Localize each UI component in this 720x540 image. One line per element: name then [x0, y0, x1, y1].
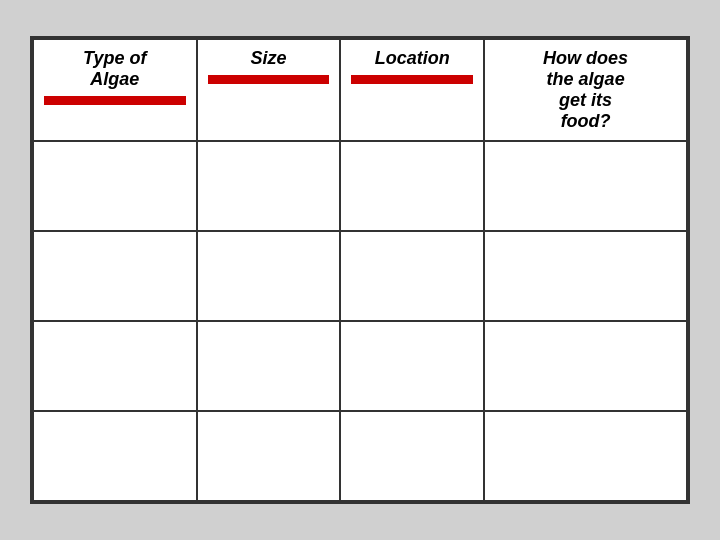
red-bar-location [351, 75, 473, 84]
table-row [33, 321, 687, 411]
cell [340, 141, 484, 231]
cell [197, 411, 341, 501]
header-how-label: How does the algae get its food? [495, 48, 676, 132]
cell [197, 141, 341, 231]
cell [340, 411, 484, 501]
cell [33, 411, 197, 501]
cell [197, 321, 341, 411]
cell [33, 231, 197, 321]
cell [484, 411, 687, 501]
header-size: Size [197, 39, 341, 141]
header-location-label: Location [351, 48, 473, 69]
table-row [33, 231, 687, 321]
cell [340, 231, 484, 321]
red-bar-size [208, 75, 330, 84]
cell [484, 141, 687, 231]
header-size-label: Size [208, 48, 330, 69]
header-row: Type of Algae Size Location [33, 39, 687, 141]
header-type: Type of Algae [33, 39, 197, 141]
header-type-label: Type of Algae [44, 48, 186, 90]
cell [33, 141, 197, 231]
table-row [33, 141, 687, 231]
cell [197, 231, 341, 321]
cell [484, 231, 687, 321]
cell [340, 321, 484, 411]
red-bar-type [44, 96, 186, 105]
table-row [33, 411, 687, 501]
table-container: Type of Algae Size Location [30, 36, 690, 504]
cell [484, 321, 687, 411]
header-location: Location [340, 39, 484, 141]
cell [33, 321, 197, 411]
header-how: How does the algae get its food? [484, 39, 687, 141]
